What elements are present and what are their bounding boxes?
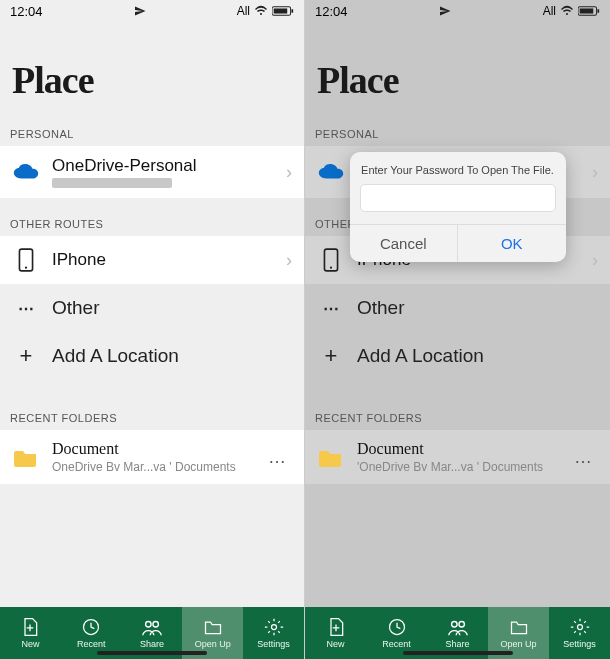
document-path: OneDrive Bv Mar...va ' Documents bbox=[52, 460, 264, 474]
section-recent-folders: RECENT FOLDERS bbox=[0, 404, 304, 430]
ellipsis-icon: ⋯ bbox=[12, 294, 40, 322]
svg-rect-2 bbox=[291, 9, 293, 12]
iphone-row[interactable]: IPhone › bbox=[0, 236, 304, 284]
svg-point-6 bbox=[146, 622, 152, 628]
status-net: All bbox=[237, 4, 250, 18]
svg-rect-1 bbox=[274, 8, 288, 13]
status-send-icon bbox=[134, 5, 146, 17]
plus-icon: + bbox=[12, 342, 40, 370]
section-other-routes: OTHER ROUTES bbox=[0, 210, 304, 236]
modal-overlay: Enter Your Password To Open The File. Ca… bbox=[305, 0, 610, 659]
svg-point-8 bbox=[271, 625, 276, 630]
add-location-label: Add A Location bbox=[52, 345, 292, 367]
onedrive-label: OneDrive-Personal bbox=[52, 156, 280, 176]
tab-settings[interactable]: Settings bbox=[243, 607, 304, 659]
status-time: 12:04 bbox=[10, 4, 43, 19]
other-row[interactable]: ⋯ Other bbox=[0, 284, 304, 332]
folder-icon bbox=[12, 443, 40, 471]
cancel-button[interactable]: Cancel bbox=[350, 225, 458, 262]
iphone-label: IPhone bbox=[52, 250, 280, 270]
battery-icon bbox=[272, 5, 294, 17]
dialog-message: Enter Your Password To Open The File. bbox=[350, 152, 566, 184]
other-label: Other bbox=[52, 297, 292, 319]
iphone-icon bbox=[12, 246, 40, 274]
svg-point-4 bbox=[25, 267, 27, 269]
home-indicator bbox=[97, 651, 207, 655]
svg-point-7 bbox=[153, 622, 159, 628]
document-label: Document bbox=[52, 440, 264, 458]
status-bar: 12:04 All bbox=[0, 0, 304, 22]
document-row[interactable]: Document OneDrive Bv Mar...va ' Document… bbox=[0, 430, 304, 484]
more-icon[interactable]: … bbox=[264, 447, 292, 468]
page-title: Place bbox=[0, 22, 304, 120]
wifi-icon bbox=[254, 5, 268, 17]
onedrive-row[interactable]: OneDrive-Personal › bbox=[0, 146, 304, 198]
chevron-right-icon: › bbox=[280, 250, 292, 271]
ok-button[interactable]: OK bbox=[457, 225, 566, 262]
password-input[interactable] bbox=[360, 184, 556, 212]
onedrive-icon bbox=[12, 158, 40, 186]
password-dialog: Enter Your Password To Open The File. Ca… bbox=[350, 152, 566, 262]
section-personal: PERSONAL bbox=[0, 120, 304, 146]
onedrive-sublabel bbox=[52, 178, 172, 188]
tab-new[interactable]: New bbox=[0, 607, 61, 659]
add-location-row[interactable]: + Add A Location bbox=[0, 332, 304, 380]
chevron-right-icon: › bbox=[280, 162, 292, 183]
